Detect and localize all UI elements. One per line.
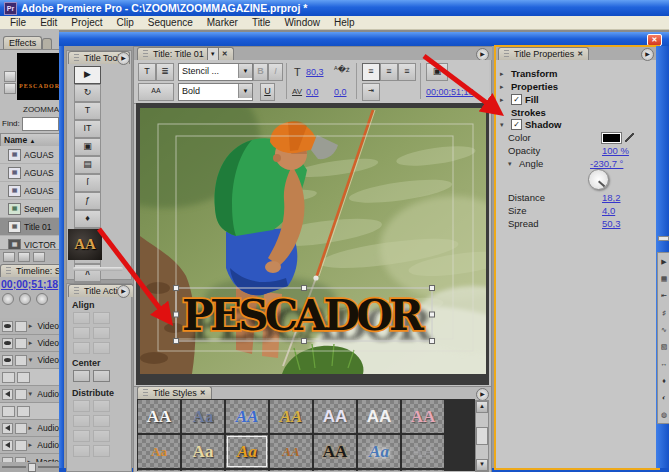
shadow-opacity-value[interactable]: 100 % — [602, 145, 629, 156]
track-options-icon[interactable] — [2, 406, 15, 417]
align-button[interactable] — [73, 312, 90, 324]
menu-item-clip[interactable]: Clip — [109, 17, 140, 28]
icon-view-button[interactable] — [18, 252, 30, 262]
pen-tool[interactable]: ♦ — [74, 210, 101, 228]
style-swatch[interactable]: Aa — [313, 469, 357, 471]
tab-hidden-stub[interactable] — [42, 38, 52, 49]
align-button[interactable] — [93, 342, 110, 354]
vertical-path-type-tool[interactable]: ƒ — [74, 192, 101, 210]
title-properties-close-icon[interactable]: ✕ — [577, 48, 583, 60]
timeline-zoom-slider[interactable] — [0, 462, 63, 472]
menu-item-title[interactable]: Title — [245, 17, 278, 28]
list-view-button[interactable] — [3, 252, 15, 262]
shadow-checkbox[interactable]: ✓ — [511, 119, 522, 130]
shadow-color-swatch[interactable] — [602, 133, 621, 143]
set-marker-button[interactable] — [36, 293, 48, 305]
distribute-button[interactable] — [93, 445, 110, 457]
shadow-spread-value[interactable]: 50,3 — [602, 218, 621, 229]
show-background-video-button[interactable]: ▣ — [426, 63, 448, 81]
style-swatch[interactable]: Aa — [181, 399, 225, 434]
font-style-dropdown-icon[interactable]: ▼ — [238, 84, 252, 98]
tool-icon[interactable]: ♦ — [662, 372, 666, 389]
title-action-panel-menu-icon[interactable]: ▶ — [117, 285, 130, 298]
distribute-button[interactable] — [73, 445, 90, 457]
style-swatch[interactable]: AA — [313, 434, 357, 469]
track-header-video-sub[interactable] — [0, 369, 59, 386]
shadow-section-row[interactable]: ▾ ✓ Shadow — [500, 118, 650, 131]
style-swatch[interactable]: Aa — [357, 434, 401, 469]
collapsed-triangle-icon[interactable]: ▸ — [500, 83, 508, 91]
track-twirl-icon[interactable]: ▸ — [29, 441, 36, 449]
distribute-button[interactable] — [73, 430, 90, 442]
project-item[interactable]: ▦AGUAS — [0, 164, 59, 182]
style-swatch[interactable]: Aa — [181, 434, 225, 469]
tool-icon[interactable]: ▧ — [661, 338, 668, 355]
track-header-audio[interactable]: ▾Audio — [0, 386, 59, 403]
align-left-button[interactable]: ≡ — [362, 63, 380, 81]
panel-resize-grip[interactable] — [73, 267, 123, 271]
expanded-triangle-icon[interactable]: ▾ — [508, 160, 516, 168]
align-button[interactable] — [73, 342, 90, 354]
menu-item-file[interactable]: File — [3, 17, 33, 28]
roll-crawl-options-button[interactable]: ≣ — [156, 63, 174, 81]
title-tools-panel-menu-icon[interactable]: ▶ — [117, 52, 130, 65]
set-encore-marker-button[interactable] — [19, 293, 31, 305]
title-tab-dropdown-icon[interactable]: ▼ — [207, 47, 219, 61]
tab-stops-button[interactable]: ⇥ — [362, 83, 380, 101]
align-center-button[interactable]: ≡ — [380, 63, 398, 81]
font-style-select[interactable]: Bold ▼ — [178, 83, 253, 101]
transform-section-row[interactable]: ▸ Transform — [500, 67, 650, 80]
style-swatch[interactable]: AA — [313, 399, 357, 434]
angle-dial[interactable] — [588, 169, 609, 190]
selection-tool[interactable]: ▶ — [74, 66, 101, 84]
collapsed-triangle-icon[interactable]: ▸ — [500, 70, 508, 78]
fill-checkbox[interactable]: ✓ — [511, 94, 522, 105]
expanded-triangle-icon[interactable]: ▾ — [500, 121, 508, 129]
find-input[interactable] — [22, 117, 59, 131]
track-options-icon[interactable] — [2, 372, 15, 383]
type-tool[interactable]: T — [74, 102, 101, 120]
menu-item-help[interactable]: Help — [327, 17, 362, 28]
new-bin-button[interactable] — [33, 252, 45, 262]
project-item[interactable]: ▦AGUAS — [0, 146, 59, 164]
collapsed-triangle-icon[interactable]: ▸ — [500, 96, 508, 104]
rotation-tool[interactable]: ↻ — [74, 84, 101, 102]
tool-icon[interactable]: ▶ — [661, 253, 666, 270]
eye-icon[interactable] — [2, 321, 13, 332]
distribute-button[interactable] — [93, 415, 110, 427]
eye-icon[interactable] — [2, 355, 13, 366]
area-type-tool[interactable]: ▣ — [74, 138, 101, 156]
style-swatch[interactable]: AA — [225, 469, 269, 471]
keyframe-icon[interactable] — [17, 406, 30, 417]
center-button[interactable] — [73, 370, 90, 382]
menu-item-sequence[interactable]: Sequence — [141, 17, 200, 28]
track-header-video[interactable]: ▾Video — [0, 352, 59, 369]
style-swatch[interactable]: Aa — [401, 469, 445, 471]
title-text[interactable]: PESCADOR — [182, 291, 426, 340]
title-properties-panel-menu-icon[interactable]: ▶ — [641, 48, 654, 61]
menu-item-edit[interactable]: Edit — [33, 17, 64, 28]
tool-icon[interactable]: ◐ — [662, 389, 666, 406]
font-family-select[interactable]: Stencil ... ▼ — [178, 63, 253, 81]
leading-value[interactable]: 0,0 — [334, 87, 347, 97]
tool-icon[interactable]: ∿ — [661, 321, 667, 338]
keyframe-icon[interactable] — [17, 372, 30, 383]
new-title-button[interactable]: T — [138, 63, 156, 81]
distribute-button[interactable] — [93, 430, 110, 442]
style-swatch[interactable]: AA — [401, 434, 445, 469]
menu-item-marker[interactable]: Marker — [200, 17, 245, 28]
font-size-value[interactable]: 80,3 — [306, 67, 324, 77]
background-video-timecode[interactable]: 00;00;51;18 — [426, 87, 474, 97]
lock-toggle-box[interactable] — [15, 423, 26, 434]
lock-toggle-box[interactable] — [15, 321, 26, 332]
style-swatch[interactable]: Aa — [225, 434, 269, 469]
track-header-video[interactable]: ▸Video — [0, 318, 59, 335]
distribute-button[interactable] — [73, 415, 90, 427]
distribute-button[interactable] — [93, 400, 110, 412]
snap-button[interactable] — [2, 293, 14, 305]
project-item[interactable]: ▦Title 01 — [0, 218, 59, 236]
project-item[interactable]: ▦AGUAS — [0, 182, 59, 200]
menu-item-project[interactable]: Project — [64, 17, 109, 28]
align-right-button[interactable]: ≡ — [398, 63, 416, 81]
tab-title-properties[interactable]: Title Properties ✕ — [498, 47, 589, 60]
